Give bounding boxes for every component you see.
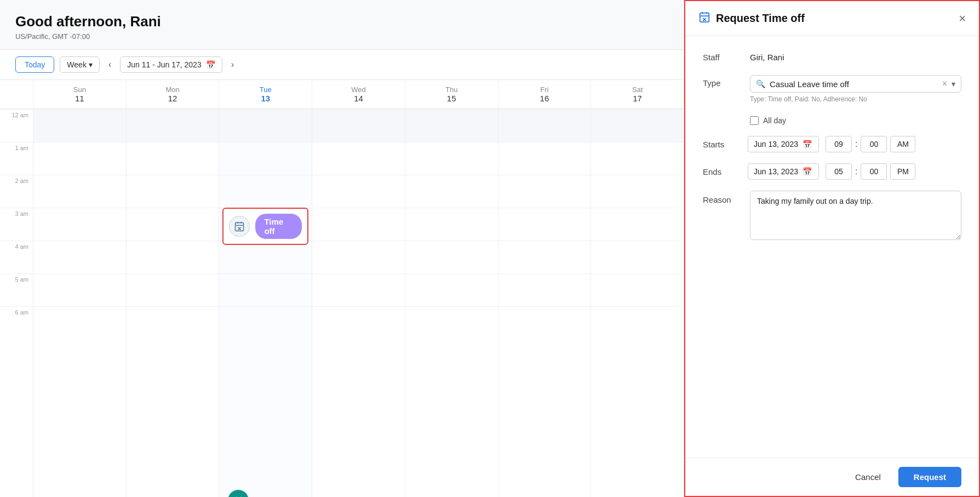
day-col-wed <box>312 109 405 497</box>
reason-textarea[interactable]: Taking my family out on a day trip. <box>750 191 961 240</box>
day-header-mon: Mon 12 <box>126 80 219 108</box>
panel-title-icon <box>698 11 710 26</box>
chevron-down-icon: ▾ <box>952 79 955 88</box>
panel-title: Request Time off <box>698 11 805 26</box>
time-2am: 2 am <box>0 175 33 208</box>
starts-min-input[interactable] <box>861 136 887 152</box>
staff-label: Staff <box>703 49 741 62</box>
ends-ampm-input[interactable] <box>890 163 915 180</box>
reason-row: Reason Taking my family out on a day tri… <box>703 191 961 240</box>
time-12am: 12 am <box>0 109 33 142</box>
day-col-sun <box>33 109 126 497</box>
ends-hour-input[interactable] <box>826 163 852 180</box>
starts-row: Starts Jun 13, 2023 📅 : <box>703 136 961 152</box>
time-5am: 5 am <box>0 273 33 306</box>
starts-date-text: Jun 13, 2023 <box>754 140 798 148</box>
ends-min-input[interactable] <box>861 163 887 180</box>
type-select-text: Casual Leave time off <box>770 79 938 89</box>
time-1am: 1 am <box>0 142 33 175</box>
week-label: Week <box>67 60 87 69</box>
ends-row: Ends Jun 13, 2023 📅 : <box>703 163 961 180</box>
chevron-down-icon: ▾ <box>89 60 93 69</box>
time-off-label: Time off <box>255 214 302 239</box>
panel-body: Staff Giri, Rani Type 🔍 Casual Leave tim… <box>685 36 979 458</box>
day-header-sat: Sat 17 <box>591 80 684 108</box>
svg-rect-6 <box>700 13 709 22</box>
calendar-body: 12 am 1 am 2 am 3 am 4 am 5 am 6 am <box>0 109 684 497</box>
greeting: Good afternoon, Rani <box>15 13 668 30</box>
day-col-sat <box>591 109 684 497</box>
event-icon <box>229 216 250 237</box>
calendar-icon: 📅 <box>206 60 215 69</box>
calendar-header: Sun 11 Mon 12 Tue 13 Wed 14 Thu 15 Fri 1… <box>0 80 684 109</box>
day-col-mon <box>126 109 219 497</box>
delete-event-button[interactable]: ✕ <box>228 490 249 497</box>
starts-ampm-input[interactable] <box>890 136 915 152</box>
prev-week-button[interactable]: ‹ <box>105 58 114 72</box>
timezone: US/Pacific, GMT -07:00 <box>15 32 668 41</box>
calendar-icon: 📅 <box>803 140 812 148</box>
time-colon: : <box>855 139 857 149</box>
starts-hour-input[interactable] <box>826 136 852 152</box>
panel-footer: Cancel Request <box>685 458 979 496</box>
panel-title-text: Request Time off <box>716 12 805 25</box>
type-clear-button[interactable]: × <box>942 79 947 89</box>
ends-date-text: Jun 13, 2023 <box>754 167 798 176</box>
staff-value: Giri, Rani <box>750 49 784 62</box>
cancel-button[interactable]: Cancel <box>846 468 890 486</box>
time-6am: 6 am <box>0 306 33 339</box>
date-range-text: Jun 11 - Jun 17, 2023 <box>127 60 201 69</box>
starts-label: Starts <box>703 140 741 149</box>
today-button[interactable]: Today <box>15 56 54 73</box>
left-panel: Good afternoon, Rani US/Pacific, GMT -07… <box>0 0 684 497</box>
date-range: Jun 11 - Jun 17, 2023 📅 <box>120 56 222 73</box>
allday-checkbox[interactable] <box>750 116 759 125</box>
ends-time: : <box>826 163 915 180</box>
type-select-inner[interactable]: 🔍 Casual Leave time off × ▾ <box>750 75 961 93</box>
day-header-fri: Fri 16 <box>498 80 591 108</box>
right-panel: Request Time off × Staff Giri, Rani Type… <box>684 0 980 497</box>
reason-label: Reason <box>703 191 741 204</box>
staff-row: Staff Giri, Rani <box>703 49 961 62</box>
ends-label: Ends <box>703 167 741 176</box>
day-header-tue: Tue 13 <box>219 80 312 108</box>
starts-date-input[interactable]: Jun 13, 2023 📅 <box>748 136 819 152</box>
time-4am: 4 am <box>0 241 33 273</box>
day-header-sun: Sun 11 <box>33 80 126 108</box>
allday-label: All day <box>763 116 786 125</box>
time-3am: 3 am <box>0 208 33 241</box>
day-header-thu: Thu 15 <box>405 80 498 108</box>
day-header-wed: Wed 14 <box>312 80 405 108</box>
time-off-event[interactable]: Time off <box>222 208 308 245</box>
time-colon: : <box>855 167 857 176</box>
ends-date-input[interactable]: Jun 13, 2023 📅 <box>748 163 819 180</box>
next-week-button[interactable]: › <box>228 58 237 72</box>
time-labels: 12 am 1 am 2 am 3 am 4 am 5 am 6 am <box>0 109 33 497</box>
search-icon: 🔍 <box>756 79 765 88</box>
day-col-thu <box>405 109 498 497</box>
day-col-fri <box>498 109 591 497</box>
svg-rect-0 <box>236 222 244 231</box>
starts-time: : <box>826 136 915 152</box>
toolbar: Today Week ▾ ‹ Jun 11 - Jun 17, 2023 📅 › <box>0 50 684 80</box>
type-select: 🔍 Casual Leave time off × ▾ Type: Time o… <box>750 75 961 103</box>
day-col-tue: Time off ✕ <box>219 109 312 497</box>
week-dropdown[interactable]: Week ▾ <box>60 56 100 73</box>
allday-row: All day <box>703 116 961 125</box>
close-panel-button[interactable]: × <box>959 12 966 26</box>
type-label: Type <box>703 75 741 88</box>
type-hint: Type: Time off, Paid: No, Adherence: No <box>750 95 961 103</box>
request-button[interactable]: Request <box>898 467 961 487</box>
panel-header: Request Time off × <box>685 1 979 36</box>
calendar-icon: 📅 <box>803 167 812 176</box>
header: Good afternoon, Rani US/Pacific, GMT -07… <box>0 0 684 50</box>
type-row: Type 🔍 Casual Leave time off × ▾ Type: T… <box>703 75 961 103</box>
calendar-area: Sun 11 Mon 12 Tue 13 Wed 14 Thu 15 Fri 1… <box>0 80 684 497</box>
